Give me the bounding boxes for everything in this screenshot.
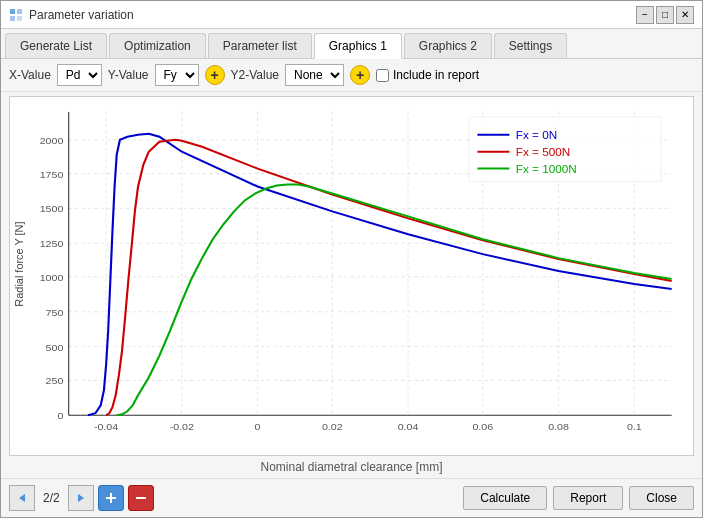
svg-text:1500: 1500 — [40, 204, 64, 215]
window-title: Parameter variation — [29, 8, 134, 22]
svg-text:750: 750 — [46, 307, 64, 318]
include-report-input[interactable] — [376, 69, 389, 82]
add-page-button[interactable] — [98, 485, 124, 511]
tab-graphics2[interactable]: Graphics 2 — [404, 33, 492, 58]
svg-rect-3 — [17, 16, 22, 21]
tab-settings[interactable]: Settings — [494, 33, 567, 58]
svg-text:-0.04: -0.04 — [94, 421, 119, 432]
x-axis-label: Nominal diametral clearance [mm] — [1, 458, 702, 478]
add-icon — [104, 491, 118, 505]
next-button[interactable] — [68, 485, 94, 511]
chart-svg: -0.04 -0.02 0 0.02 0.04 0.06 0.08 0.1 0 … — [10, 97, 693, 455]
svg-text:Fx = 0N: Fx = 0N — [516, 129, 557, 141]
svg-marker-50 — [19, 494, 25, 502]
svg-text:500: 500 — [46, 342, 64, 353]
svg-text:1250: 1250 — [40, 238, 64, 249]
close-button[interactable]: ✕ — [676, 6, 694, 24]
svg-text:0: 0 — [255, 421, 261, 432]
minus-icon — [134, 491, 148, 505]
add-y-button[interactable]: + — [205, 65, 225, 85]
include-report-checkbox[interactable]: Include in report — [376, 68, 479, 82]
include-report-label: Include in report — [393, 68, 479, 82]
close-button[interactable]: Close — [629, 486, 694, 510]
page-indicator: 2/2 — [39, 491, 64, 505]
svg-text:0.04: 0.04 — [398, 421, 419, 432]
svg-text:0.1: 0.1 — [627, 421, 642, 432]
add-y2-button[interactable]: + — [350, 65, 370, 85]
svg-text:0: 0 — [57, 411, 63, 422]
prev-icon — [16, 492, 28, 504]
tab-parameter-list[interactable]: Parameter list — [208, 33, 312, 58]
toolbar: X-Value Pd Y-Value Fy + Y2-Value None + … — [1, 59, 702, 92]
svg-marker-51 — [78, 494, 84, 502]
svg-text:250: 250 — [46, 376, 64, 387]
title-bar-left: Parameter variation — [9, 8, 134, 22]
next-icon — [75, 492, 87, 504]
svg-text:-0.02: -0.02 — [170, 421, 195, 432]
svg-rect-1 — [17, 9, 22, 14]
svg-text:0.02: 0.02 — [322, 421, 343, 432]
svg-text:Radial force Y [N]: Radial force Y [N] — [12, 221, 24, 306]
tab-generate-list[interactable]: Generate List — [5, 33, 107, 58]
svg-text:1000: 1000 — [40, 272, 64, 283]
tab-bar: Generate List Optimization Parameter lis… — [1, 29, 702, 59]
y-value-select[interactable]: Fy — [155, 64, 199, 86]
x-value-select[interactable]: Pd — [57, 64, 102, 86]
svg-text:Fx = 1000N: Fx = 1000N — [516, 163, 577, 175]
y2-value-select[interactable]: None — [285, 64, 344, 86]
footer-right: Calculate Report Close — [463, 486, 694, 510]
x-value-label: X-Value — [9, 68, 51, 82]
report-button[interactable]: Report — [553, 486, 623, 510]
app-icon — [9, 8, 23, 22]
svg-text:0.06: 0.06 — [472, 421, 493, 432]
maximize-button[interactable]: □ — [656, 6, 674, 24]
chart-area: -0.04 -0.02 0 0.02 0.04 0.06 0.08 0.1 0 … — [9, 96, 694, 456]
footer: 2/2 Calculate Report Close — [1, 478, 702, 517]
y2-value-label: Y2-Value — [231, 68, 279, 82]
y-value-label: Y-Value — [108, 68, 149, 82]
calculate-button[interactable]: Calculate — [463, 486, 547, 510]
footer-left: 2/2 — [9, 485, 154, 511]
title-bar-buttons: − □ ✕ — [636, 6, 694, 24]
remove-page-button[interactable] — [128, 485, 154, 511]
svg-text:Fx = 500N: Fx = 500N — [516, 146, 570, 158]
tab-graphics1[interactable]: Graphics 1 — [314, 33, 402, 59]
title-bar: Parameter variation − □ ✕ — [1, 1, 702, 29]
prev-button[interactable] — [9, 485, 35, 511]
svg-text:0.08: 0.08 — [548, 421, 569, 432]
svg-rect-2 — [10, 16, 15, 21]
svg-text:2000: 2000 — [40, 135, 64, 146]
tab-optimization[interactable]: Optimization — [109, 33, 206, 58]
svg-rect-0 — [10, 9, 15, 14]
svg-text:1750: 1750 — [40, 169, 64, 180]
minimize-button[interactable]: − — [636, 6, 654, 24]
main-window: Parameter variation − □ ✕ Generate List … — [0, 0, 703, 518]
